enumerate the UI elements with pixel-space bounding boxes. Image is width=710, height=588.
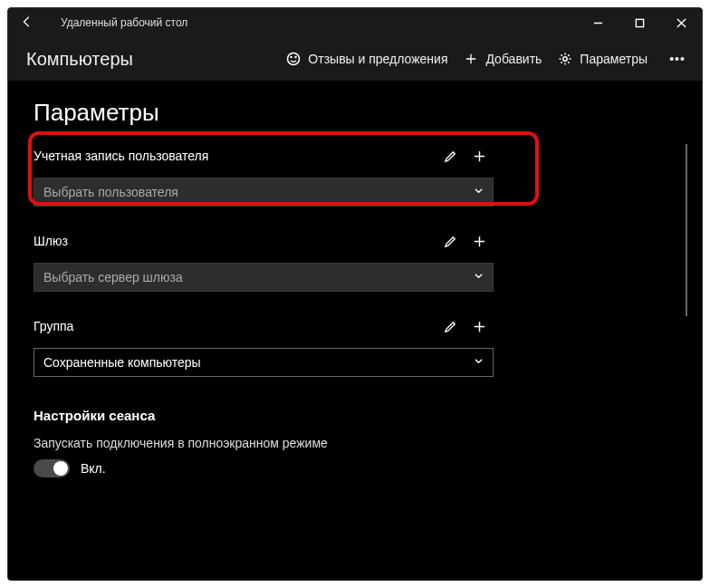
edit-gateway-button[interactable]: [436, 228, 465, 254]
user-account-placeholder: Выбрать пользователя: [43, 185, 474, 199]
app-window: Удаленный рабочий стол Компьютеры Отзывы…: [7, 7, 703, 581]
svg-point-3: [295, 57, 296, 58]
gateway-label: Шлюз: [34, 234, 436, 248]
fullscreen-toggle-row: Вкл.: [34, 459, 676, 477]
more-icon: •••: [670, 52, 685, 66]
gear-icon: [558, 52, 572, 66]
chevron-down-icon: [474, 186, 484, 198]
edit-user-button[interactable]: [436, 143, 465, 169]
fullscreen-toggle[interactable]: [34, 459, 70, 477]
commandbar-heading: Компьютеры: [26, 49, 133, 70]
add-group-button[interactable]: [465, 313, 494, 339]
fullscreen-label: Запускать подключения в полноэкранном ре…: [34, 436, 676, 450]
maximize-button[interactable]: [619, 8, 660, 37]
chevron-down-icon: [474, 271, 484, 284]
chevron-down-icon: [474, 356, 484, 369]
feedback-button[interactable]: Отзывы и предложения: [286, 52, 447, 66]
toggle-state-label: Вкл.: [81, 461, 106, 476]
feedback-label: Отзывы и предложения: [308, 52, 447, 66]
close-button[interactable]: [660, 8, 702, 37]
gateway-placeholder: Выбрать сервер шлюза: [43, 270, 474, 284]
add-gateway-button[interactable]: [465, 228, 494, 254]
plus-icon: [464, 52, 478, 66]
group-label: Группа: [34, 319, 436, 333]
back-button[interactable]: [21, 15, 43, 31]
add-label: Добавить: [485, 52, 542, 66]
group-value: Сохраненные компьютеры: [43, 355, 474, 370]
section-group: Группа Сохраненные компьютеры: [34, 313, 676, 377]
settings-label: Параметры: [580, 52, 648, 66]
smiley-icon: [286, 52, 301, 66]
group-dropdown[interactable]: Сохраненные компьютеры: [34, 348, 494, 377]
add-button[interactable]: Добавить: [464, 52, 542, 66]
svg-point-1: [288, 53, 300, 65]
session-settings-heading: Настройки сеанса: [34, 408, 676, 423]
svg-point-2: [291, 57, 292, 58]
user-account-label: Учетная запись пользователя: [34, 149, 436, 163]
section-gateway: Шлюз Выбрать сервер шлюза: [34, 228, 676, 292]
add-user-button[interactable]: [465, 143, 494, 169]
page-title: Параметры: [34, 99, 676, 127]
settings-button[interactable]: Параметры: [558, 52, 648, 66]
gateway-dropdown[interactable]: Выбрать сервер шлюза: [34, 263, 494, 292]
user-account-dropdown[interactable]: Выбрать пользователя: [34, 178, 494, 207]
more-button[interactable]: •••: [664, 52, 691, 66]
toggle-knob: [53, 461, 68, 476]
edit-group-button[interactable]: [436, 313, 465, 339]
svg-point-4: [563, 57, 567, 61]
commandbar: Компьютеры Отзывы и предложения Добавить…: [8, 37, 702, 81]
content-area: Параметры Учетная запись пользователя Вы…: [8, 81, 702, 580]
minimize-button[interactable]: [577, 8, 619, 37]
svg-rect-0: [636, 19, 643, 26]
section-user-account: Учетная запись пользователя Выбрать поль…: [34, 143, 676, 207]
app-title: Удаленный рабочий стол: [61, 16, 187, 29]
scrollbar[interactable]: [686, 144, 687, 316]
titlebar: Удаленный рабочий стол: [8, 8, 702, 37]
